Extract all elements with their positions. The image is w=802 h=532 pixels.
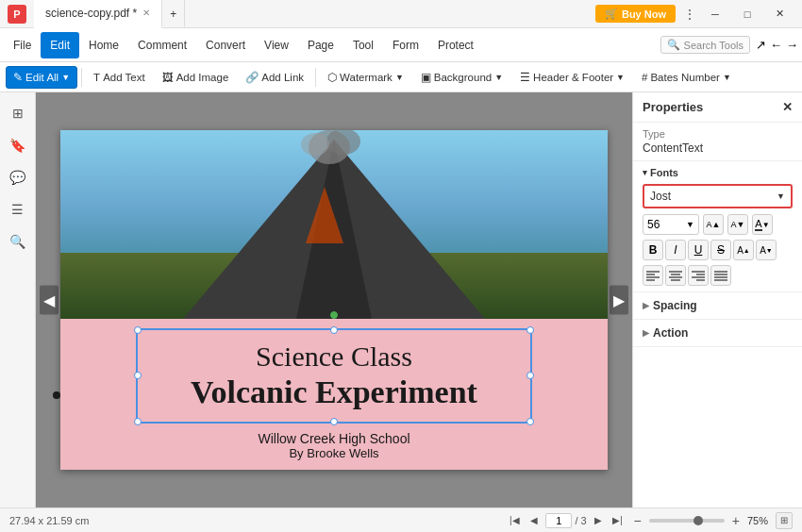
new-tab-button[interactable]: + <box>162 0 185 28</box>
font-name-select[interactable]: Jost ▼ <box>643 184 793 208</box>
header-icon: ☰ <box>520 71 530 84</box>
decrease-font-size-button[interactable]: A▼ <box>727 214 748 235</box>
edit-all-button[interactable]: ✎ Edit All ▼ <box>6 66 77 89</box>
add-text-button[interactable]: T Add Text <box>86 66 153 89</box>
close-button[interactable]: ✕ <box>764 0 794 28</box>
maximize-button[interactable]: □ <box>732 0 762 28</box>
separator-2 <box>315 68 316 87</box>
handle-bl[interactable] <box>134 418 142 425</box>
watermark-button[interactable]: ⬡ Watermark ▼ <box>320 66 411 89</box>
italic-button[interactable]: I <box>665 240 686 260</box>
page-nav-left-arrow[interactable]: ◀ <box>40 286 58 315</box>
minimize-button[interactable]: ─ <box>700 0 730 28</box>
menu-protect[interactable]: Protect <box>428 32 483 58</box>
handle-tm[interactable] <box>330 326 338 334</box>
page-number-input[interactable] <box>545 513 572 528</box>
increase-font-size-button[interactable]: A▲ <box>703 214 724 235</box>
zoom-slider[interactable] <box>649 519 725 523</box>
handle-tr[interactable] <box>526 326 534 334</box>
zoom-out-button[interactable]: − <box>634 513 642 528</box>
left-sidebar: ⊞ 🔖 💬 ☰ 🔍 <box>0 92 36 507</box>
handle-br[interactable] <box>526 418 534 425</box>
window-controls: ─ □ ✕ <box>700 0 794 28</box>
menu-convert[interactable]: Convert <box>196 32 255 58</box>
external-link-icon[interactable]: ↗ <box>756 38 766 52</box>
spacing-section-header[interactable]: ▶ Spacing <box>633 292 802 319</box>
subscript-button[interactable]: A▼ <box>756 240 777 260</box>
last-page-button[interactable]: ▶| <box>610 512 627 529</box>
align-justify-button[interactable] <box>710 265 731 286</box>
text-selection-box[interactable]: Science Class Volcanic Experiment <box>136 328 532 424</box>
first-page-button[interactable]: |◀ <box>506 512 523 529</box>
back-icon[interactable]: ← <box>770 38 782 52</box>
active-tab[interactable]: science-copy.pdf * ✕ <box>34 0 162 28</box>
buy-now-button[interactable]: 🛒 Buy Now <box>595 5 676 23</box>
align-right-button[interactable] <box>688 265 709 286</box>
underline-button[interactable]: U <box>688 240 709 260</box>
menu-form[interactable]: Form <box>383 32 428 58</box>
handle-mr[interactable] <box>526 372 534 379</box>
background-dropdown-icon: ▼ <box>494 73 503 82</box>
zoom-level: 75% <box>747 515 768 526</box>
image-icon: 🖼 <box>162 72 174 83</box>
bullet-marker <box>53 391 60 399</box>
fit-page-button[interactable]: ⊞ <box>776 512 793 529</box>
handle-ml[interactable] <box>134 372 142 379</box>
type-value: ContentText <box>643 141 793 155</box>
menu-file[interactable]: File <box>4 32 41 58</box>
sidebar-item-search[interactable]: 🔍 <box>5 228 31 255</box>
font-color-button[interactable]: A ▼ <box>752 214 773 235</box>
add-image-button[interactable]: 🖼 Add Image <box>155 66 237 89</box>
superscript-button[interactable]: A▲ <box>733 240 754 260</box>
menu-home[interactable]: Home <box>79 32 128 58</box>
header-footer-button[interactable]: ☰ Header & Footer ▼ <box>512 66 632 89</box>
tab-label: science-copy.pdf * <box>45 7 137 20</box>
action-section-header[interactable]: ▶ Action <box>633 320 802 346</box>
tab-close-icon[interactable]: ✕ <box>142 8 150 18</box>
pdf-image-area: ↗ <box>60 130 608 319</box>
size-dropdown-icon: ▼ <box>686 220 694 229</box>
prev-page-button[interactable]: ◀ <box>526 512 543 529</box>
link-icon: 🔗 <box>245 71 259 84</box>
zoom-in-button[interactable]: + <box>732 513 740 528</box>
background-button[interactable]: ▣ Background ▼ <box>413 66 510 89</box>
page-nav-right-arrow[interactable]: ▶ <box>610 286 628 315</box>
font-size-select[interactable]: 56 ▼ <box>643 214 699 235</box>
add-link-button[interactable]: 🔗 Add Link <box>238 66 311 89</box>
handle-bm[interactable] <box>330 418 338 425</box>
align-center-button[interactable] <box>665 265 686 286</box>
subtitle-author: By Brooke Wells <box>289 446 378 460</box>
pdf-page: ↗ <box>60 130 608 470</box>
color-dropdown-icon: ▼ <box>762 221 770 229</box>
menu-comment[interactable]: Comment <box>128 32 196 58</box>
search-tools-input[interactable]: 🔍 Search Tools <box>660 36 750 54</box>
menu-view[interactable]: View <box>255 32 298 58</box>
sidebar-item-thumbnails[interactable]: ⊞ <box>5 100 31 126</box>
page-navigation: |◀ ◀ / 3 ▶ ▶| <box>506 512 626 529</box>
bates-icon: # <box>642 72 647 83</box>
collapse-icon: ▾ <box>643 168 647 177</box>
sidebar-item-comments[interactable]: 💬 <box>5 164 31 191</box>
handle-tl[interactable] <box>134 326 142 334</box>
menu-more-icon[interactable]: ⋮ <box>683 7 696 22</box>
statusbar-right: |◀ ◀ / 3 ▶ ▶| − + 75% ⊞ <box>506 512 793 529</box>
menu-tool[interactable]: Tool <box>343 32 383 58</box>
close-properties-icon[interactable]: ✕ <box>782 100 793 114</box>
menu-edit[interactable]: Edit <box>41 32 79 58</box>
menu-page[interactable]: Page <box>298 32 343 58</box>
type-label: Type <box>643 128 793 140</box>
subtitle-school: Willow Creek High School <box>258 431 409 446</box>
next-page-button[interactable]: ▶ <box>590 512 607 529</box>
sidebar-item-bookmarks[interactable]: 🔖 <box>5 132 31 158</box>
strikethrough-button[interactable]: S <box>710 240 731 260</box>
bates-number-button[interactable]: # Bates Number ▼ <box>634 66 739 89</box>
handle-rotate[interactable] <box>330 311 338 319</box>
toolbar: ✎ Edit All ▼ T Add Text 🖼 Add Image 🔗 Ad… <box>0 62 802 92</box>
dropdown-icon: ▼ <box>61 73 70 82</box>
app-logo: P <box>8 5 26 24</box>
align-left-button[interactable] <box>643 265 663 286</box>
sidebar-item-fields[interactable]: ☰ <box>5 196 31 223</box>
spacing-section: ▶ Spacing <box>633 292 802 320</box>
bold-button[interactable]: B <box>643 240 663 260</box>
forward-icon[interactable]: → <box>786 38 798 52</box>
